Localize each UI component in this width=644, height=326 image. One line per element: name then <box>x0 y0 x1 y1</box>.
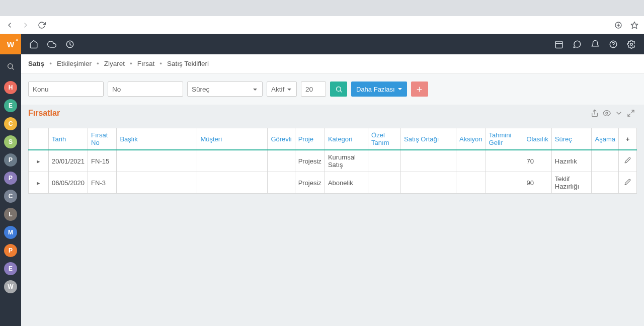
bell-icon[interactable] <box>590 39 601 50</box>
col-proje[interactable]: Proje <box>295 128 325 150</box>
breadcrumb-item[interactable]: Fırsat <box>137 60 155 67</box>
svg-line-5 <box>12 68 14 69</box>
cell-surec: Teklif Hazırlığı <box>551 172 592 194</box>
help-icon[interactable] <box>608 39 619 50</box>
col-ozel-tanim[interactable]: Özel Tanım <box>368 128 401 150</box>
breadcrumb-item[interactable]: Ziyaret <box>104 60 125 67</box>
add-page-icon[interactable] <box>614 21 623 30</box>
add-column-button[interactable]: + <box>619 128 637 150</box>
cell-ozel <box>368 150 401 172</box>
status-select[interactable]: Aktif <box>267 82 297 97</box>
chevron-down-icon[interactable] <box>613 109 625 117</box>
col-kategori[interactable]: Kategori <box>325 128 368 150</box>
row-expand[interactable]: ▸ <box>29 150 49 172</box>
svg-rect-7 <box>555 41 562 48</box>
more-button[interactable]: Daha Fazlası <box>351 82 407 97</box>
svg-marker-3 <box>631 22 637 28</box>
search-button[interactable] <box>330 82 347 97</box>
col-satis-ortagi[interactable]: Satış Ortağı <box>401 128 456 150</box>
count-input[interactable]: 20 <box>301 82 326 97</box>
col-tahmini-gelir[interactable]: Tahmini Gelir <box>486 128 523 150</box>
rail-avatar[interactable]: S <box>4 135 17 148</box>
rail-avatar[interactable]: P <box>4 244 17 257</box>
svg-point-12 <box>336 87 341 91</box>
rail-avatar[interactable]: M <box>4 226 17 239</box>
eye-icon[interactable] <box>601 109 613 117</box>
expand-icon[interactable] <box>625 109 637 117</box>
forward-icon[interactable] <box>21 21 30 30</box>
col-olasilik[interactable]: Olasılık <box>523 128 551 150</box>
chat-icon[interactable] <box>572 39 583 50</box>
rail-avatar[interactable]: P <box>4 153 17 167</box>
rail-avatar[interactable]: C <box>4 117 17 130</box>
calendar-icon[interactable] <box>553 39 565 50</box>
breadcrumb-item[interactable]: Satış Teklifleri <box>167 60 209 67</box>
history-icon[interactable] <box>64 39 75 50</box>
col-musteri[interactable]: Müşteri <box>197 128 268 150</box>
cell-gorevli <box>268 150 295 172</box>
cell-ortak <box>401 172 456 194</box>
svg-line-18 <box>631 110 634 113</box>
breadcrumb-item[interactable]: Etkileşimler <box>57 60 92 67</box>
no-input[interactable]: No <box>108 82 183 97</box>
side-rail: wx H E C S P P C L M P E W <box>0 34 21 326</box>
breadcrumb-item[interactable]: Satış <box>28 60 44 67</box>
cell-baslik <box>117 150 197 172</box>
cloud-icon[interactable] <box>46 39 57 50</box>
cell-gorevli <box>268 172 295 194</box>
rail-avatar[interactable]: E <box>4 99 17 112</box>
cell-musteri <box>197 172 268 194</box>
star-icon[interactable] <box>630 21 639 30</box>
table-row: ▸ 20/01/2021 FN-15 Projesiz Kurumsal Sat… <box>29 150 637 172</box>
svg-line-19 <box>628 114 630 116</box>
rail-search-icon[interactable] <box>0 54 21 78</box>
row-expand[interactable]: ▸ <box>29 172 49 194</box>
col-surec[interactable]: Süreç <box>551 128 592 150</box>
rail-avatar[interactable]: H <box>4 81 17 94</box>
rail-avatar[interactable]: C <box>4 190 17 203</box>
cell-gelir <box>486 172 523 194</box>
reload-icon[interactable] <box>37 21 46 30</box>
svg-point-4 <box>8 64 13 68</box>
home-icon[interactable] <box>28 39 39 50</box>
cell-aksiyon <box>456 172 486 194</box>
cell-asama <box>592 150 619 172</box>
export-icon[interactable] <box>589 109 601 117</box>
col-tarih[interactable]: Tarih <box>49 128 88 150</box>
cell-asama <box>592 172 619 194</box>
row-edit-icon[interactable] <box>619 172 637 194</box>
gear-icon[interactable] <box>626 39 637 50</box>
rail-avatar[interactable]: L <box>4 208 17 221</box>
col-asama[interactable]: Aşama <box>592 128 619 150</box>
add-button[interactable] <box>411 82 428 97</box>
cell-kategori: Abonelik <box>325 172 368 194</box>
svg-point-17 <box>606 112 608 114</box>
row-edit-icon[interactable] <box>619 150 637 172</box>
col-gorevli[interactable]: Görevli <box>268 128 295 150</box>
panel-title: Fırsatlar <box>28 109 60 118</box>
subject-input[interactable]: Konu <box>28 82 104 97</box>
col-firsat-no[interactable]: Fırsat No <box>88 128 117 150</box>
rail-avatar[interactable]: P <box>4 172 17 185</box>
opportunities-table: Tarih Fırsat No Başlık Müşteri Görevli P… <box>28 128 637 194</box>
rail-avatar[interactable]: W <box>4 280 17 293</box>
cell-proje: Projesiz <box>295 150 325 172</box>
cell-musteri <box>197 150 268 172</box>
rail-avatar[interactable]: E <box>4 262 17 275</box>
col-baslik[interactable]: Başlık <box>117 128 197 150</box>
back-icon[interactable] <box>5 21 14 30</box>
col-aksiyon[interactable]: Aksiyon <box>456 128 486 150</box>
logo-text: w <box>7 39 14 50</box>
browser-toolbar <box>0 16 644 34</box>
cell-surec: Hazırlık <box>551 150 592 172</box>
cell-tarih: 20/01/2021 <box>49 150 88 172</box>
main-area: Satış •Etkileşimler •Ziyaret •Fırsat •Sa… <box>21 34 644 326</box>
breadcrumb: Satış •Etkileşimler •Ziyaret •Fırsat •Sa… <box>21 54 644 73</box>
cell-ortak <box>401 150 456 172</box>
process-select[interactable]: Süreç <box>187 82 263 97</box>
opportunities-panel: Fırsatlar Tarih Fırsat No Başlık Müşteri… <box>21 105 644 201</box>
app-logo[interactable]: wx <box>0 34 21 54</box>
filter-bar: Konu No Süreç Aktif 20 Daha Fazlası <box>21 73 644 105</box>
cell-aksiyon <box>456 150 486 172</box>
cell-kategori: Kurumsal Satış <box>325 150 368 172</box>
